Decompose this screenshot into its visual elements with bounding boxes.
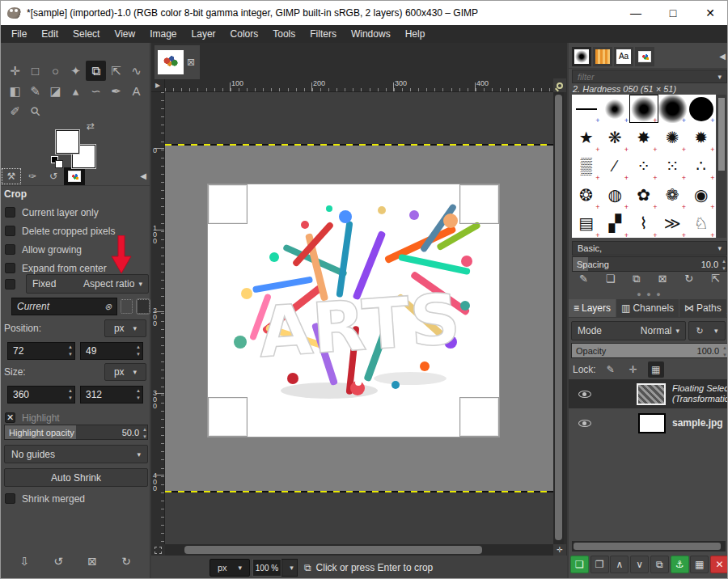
vertical-scrollbar-thumb[interactable] [555, 95, 562, 540]
horizontal-scrollbar[interactable] [165, 544, 553, 556]
airbrush-tool-icon[interactable]: ▴ [66, 81, 86, 101]
brush-item[interactable]: ❁ [658, 180, 688, 209]
bucket-fill-tool-icon[interactable]: ◧ [5, 81, 25, 101]
tab-brushes[interactable] [572, 47, 591, 66]
new-layer-button[interactable]: ❏ [570, 556, 589, 573]
landscape-orientation-button[interactable] [137, 299, 150, 314]
statusbar-zoom-dropdown[interactable]: ▾ [281, 559, 298, 577]
spinner-arrows-icon[interactable]: ▲▼ [722, 344, 727, 359]
dock-collapse-icon[interactable]: ◀ [140, 171, 146, 180]
canvas-viewport[interactable]: ARTS [165, 92, 553, 544]
auto-shrink-button[interactable]: Auto Shrink [4, 468, 148, 487]
brush-item[interactable] [687, 95, 716, 123]
brush-item[interactable]: ∴ [687, 152, 716, 180]
fuzzy-select-tool-icon[interactable]: ✦ [66, 61, 86, 81]
brush-scrollbar-thumb[interactable] [718, 98, 725, 171]
portrait-orientation-button[interactable] [121, 299, 132, 314]
merge-layer-button[interactable]: ▦ [690, 556, 709, 573]
free-select-tool-icon[interactable]: ○ [45, 61, 66, 81]
fixed-checkbox[interactable] [5, 279, 15, 290]
tab-fonts[interactable]: Aa [614, 47, 633, 66]
brush-item-selected[interactable] [629, 95, 658, 123]
spinner-arrows-icon[interactable]: ▲▼ [136, 344, 141, 358]
brush-item[interactable]: ◍ [601, 180, 630, 209]
eraser-tool-icon[interactable]: ◪ [45, 81, 66, 101]
menu-image[interactable]: Image [142, 26, 184, 42]
duplicate-brush-icon[interactable]: ⧉ [633, 273, 640, 285]
smudge-tool-icon[interactable]: ∽ [86, 81, 106, 101]
size-width-spinbox[interactable]: ▲▼ [7, 386, 75, 404]
open-brush-icon[interactable]: ⇱ [711, 273, 720, 285]
fixed-dropdown-button[interactable]: Fixed Aspect ratio ▾ [26, 274, 149, 294]
menu-file[interactable]: File [4, 26, 34, 42]
pane-resize-grip[interactable]: ● ● ● [569, 290, 728, 298]
lock-alpha-icon[interactable]: ▦ [648, 361, 664, 378]
ruler-menu-button[interactable]: ▶ [151, 79, 165, 92]
brush-group-dropdown[interactable]: Basic, ▾ [572, 241, 727, 256]
crop-handle-bottom-left[interactable] [208, 397, 248, 437]
brush-item[interactable]: ✿ [629, 180, 658, 209]
spinner-arrows-icon[interactable]: ▲▼ [68, 387, 73, 402]
menu-filters[interactable]: Filters [303, 26, 344, 42]
foreground-color-swatch[interactable] [56, 130, 79, 154]
brush-item[interactable]: ❋ [601, 123, 630, 151]
brush-item[interactable]: ♘ [687, 209, 716, 238]
brush-item[interactable] [658, 95, 688, 123]
tab-images[interactable] [64, 167, 85, 185]
brush-item[interactable]: ◉ [687, 180, 716, 209]
aspect-ratio-input[interactable]: Current ⊗ [11, 298, 117, 315]
layer-row-floating-selection[interactable]: Floating Selection (Transformation) [569, 379, 728, 408]
reset-defaults-icon[interactable]: ↻ [121, 555, 131, 568]
spinner-arrows-icon[interactable]: ▲▼ [136, 387, 141, 402]
lower-layer-button[interactable]: ∨ [630, 556, 649, 573]
close-image-icon[interactable]: ⊠ [187, 57, 195, 68]
lock-pixels-icon[interactable]: ✎ [603, 361, 619, 378]
close-button[interactable]: ✕ [692, 1, 728, 25]
brush-grid[interactable]: ★ ❋ ✸ ✺ ✹ ▒ ∕ ⁘ ⁙ ∴ ❂ ◍ ✿ ❁ ◉ ▤ ▞ ⌇ ≫ ♘ [572, 95, 716, 238]
refresh-brushes-icon[interactable]: ↻ [684, 273, 693, 285]
brush-filter-input[interactable] [578, 72, 713, 82]
menu-view[interactable]: View [107, 26, 142, 42]
brush-item[interactable]: ▒ [572, 152, 601, 180]
highlight-opacity-slider[interactable]: Highlight opacity 50.0 ▲▼ [4, 425, 148, 440]
delete-brush-icon[interactable]: ⊠ [658, 273, 667, 285]
edit-brush-icon[interactable]: ✎ [579, 273, 588, 285]
crop-handle-top-left[interactable] [208, 184, 248, 224]
text-tool-icon[interactable]: A [126, 81, 146, 101]
new-brush-icon[interactable]: ❏ [606, 273, 616, 285]
brush-item[interactable] [572, 95, 601, 123]
menu-tools[interactable]: Tools [265, 26, 303, 42]
layers-scrollbar[interactable] [572, 541, 726, 552]
menu-colors[interactable]: Colors [223, 26, 266, 42]
highlight-checkbox[interactable] [5, 412, 15, 423]
layer-mode-dropdown[interactable]: Mode Normal ▾ [571, 321, 686, 340]
delete-preset-icon[interactable]: ⊠ [87, 555, 97, 568]
size-height-input[interactable] [81, 389, 129, 400]
brush-item[interactable]: ∕ [601, 152, 630, 180]
spinner-arrows-icon[interactable]: ▲▼ [68, 344, 73, 358]
position-x-input[interactable] [8, 345, 57, 357]
brush-filter-box[interactable]: ▾ [572, 70, 727, 83]
maximize-button[interactable]: □ [654, 1, 692, 25]
menu-edit[interactable]: Edit [34, 26, 66, 42]
shrink-merged-checkbox[interactable] [5, 493, 15, 504]
menu-help[interactable]: Help [398, 26, 433, 42]
mode-switch-button[interactable]: ↻ ▾ [688, 321, 726, 340]
tab-layers[interactable]: ≡ Layers [569, 299, 616, 317]
guides-dropdown[interactable]: No guides ▾ [4, 445, 148, 463]
crop-tool-icon[interactable]: ⧉ [86, 61, 106, 81]
menu-select[interactable]: Select [66, 26, 107, 42]
image-tab[interactable]: ⊠ [154, 45, 200, 79]
delete-layer-button[interactable]: ✕ [710, 556, 728, 573]
swap-colors-icon[interactable]: ⇄ [87, 120, 95, 132]
tab-paths[interactable]: ⋈ Paths [679, 299, 726, 317]
move-tool-icon[interactable]: ✛ [5, 61, 25, 81]
crop-handle-bottom-right[interactable] [459, 397, 499, 437]
dock-collapse-icon[interactable]: ◀ [719, 52, 726, 61]
tab-device-status[interactable]: ✑ [22, 167, 43, 185]
brush-item[interactable]: ✸ [629, 123, 658, 151]
ink-tool-icon[interactable]: ✒ [106, 81, 126, 101]
new-group-button[interactable]: ❐ [590, 556, 609, 573]
spacing-slider[interactable]: Spacing 10.0 ▲▼ [572, 256, 727, 272]
visibility-eye-icon[interactable] [578, 420, 591, 427]
